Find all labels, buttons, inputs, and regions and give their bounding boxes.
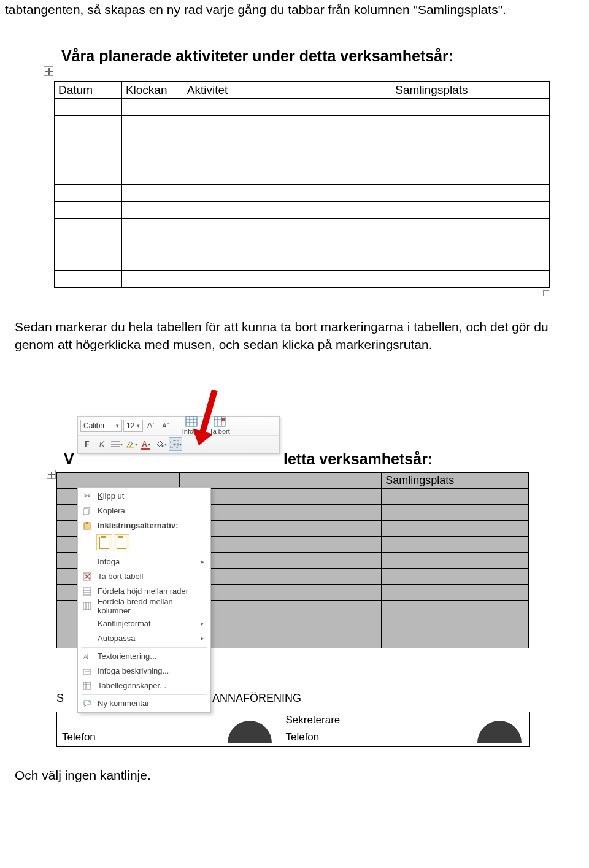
chevron-down-icon: ▾ [164, 442, 167, 447]
chevron-down-icon: ▾ [116, 423, 119, 429]
menu-delete-table[interactable]: Ta bort tabell [78, 569, 210, 584]
menu-table-properties[interactable]: Tabellegenskaper... [78, 678, 210, 693]
heading-fragment-left: V [64, 450, 74, 468]
table-resize-handle-icon[interactable] [526, 648, 531, 653]
bold-button[interactable]: F [80, 437, 94, 451]
paste-keep-formatting-button[interactable] [96, 534, 112, 550]
menu-border-format[interactable]: Kantlinjeformat ▸ [78, 616, 210, 631]
org-name-left: S [56, 692, 64, 705]
svg-rect-26 [83, 588, 91, 595]
menu-distribute-cols[interactable]: Fördela bredd mellan kolumner [78, 599, 210, 613]
table-row [55, 253, 550, 271]
font-color-button[interactable]: A ▾ [139, 437, 153, 451]
chevron-down-icon: ▾ [148, 442, 150, 447]
avatar-placeholder-icon [471, 712, 528, 743]
th-datum: Datum [55, 82, 122, 99]
distribute-rows-icon [82, 586, 93, 597]
paste-options-row [78, 533, 210, 551]
table-props-icon [82, 680, 93, 691]
chevron-right-icon: ▸ [201, 558, 204, 566]
heading-fragment-right: letta verksamhetsår: [283, 450, 433, 468]
font-name-value: Calibri [83, 421, 104, 430]
th-samlingsplats: Samlingsplats [382, 472, 529, 488]
cell-role-right: Sekreterare [280, 712, 471, 729]
cell-phone-left: Telefon [57, 729, 221, 746]
th-aktivitet [179, 472, 381, 488]
highlight-icon [126, 440, 134, 448]
comment-icon: + [82, 698, 93, 709]
table-row [55, 185, 550, 202]
section-heading: Våra planerade aktiviteter under detta v… [0, 18, 589, 69]
highlight-button[interactable]: ▾ [125, 437, 138, 451]
screenshot-context-menu: V letta verksamhetsår: Samlingsplats [0, 404, 589, 759]
paste-merge-formatting-button[interactable] [114, 534, 129, 550]
table-row [55, 219, 550, 236]
distribute-cols-icon [82, 601, 93, 612]
shrink-font-button[interactable]: A˅ [159, 419, 172, 432]
copy-icon [82, 505, 93, 517]
separator [82, 553, 207, 553]
table-row [55, 271, 550, 288]
bucket-icon [155, 440, 164, 448]
shading-button[interactable]: ▾ [154, 437, 167, 451]
th-datum [57, 472, 121, 488]
intro-paragraph: tabtangenten, så skapas en ny rad varje … [0, 0, 589, 18]
instruction-paragraph: Sedan markerar du hela tabellen för att … [0, 296, 589, 353]
svg-rect-14 [126, 447, 134, 448]
align-button[interactable]: ▾ [110, 437, 123, 451]
table-row [55, 236, 550, 253]
table-row [55, 133, 550, 150]
font-name-combo[interactable]: Calibri ▾ [80, 420, 122, 432]
menu-text-direction[interactable]: A Textorientering... [78, 649, 210, 664]
svg-text:A: A [83, 654, 87, 660]
italic-button[interactable]: K [95, 437, 109, 451]
separator [82, 647, 207, 648]
menu-paste-options-label: Inklistringsalternativ: [78, 518, 210, 533]
svg-rect-22 [86, 522, 88, 524]
activities-table: Datum Klockan Aktivitet Samlingsplats [54, 81, 550, 288]
table-row [55, 167, 550, 185]
context-menu: ✂ Klipp ut /*placeholder*/ Kopiera Inkli… [77, 487, 211, 713]
chevron-right-icon: ▸ [201, 620, 204, 628]
text-direction-icon: A [82, 651, 93, 662]
cell-role-left [57, 712, 221, 729]
table-move-handle-icon[interactable] [44, 66, 53, 76]
table-row [55, 116, 550, 133]
th-samlingsplats: Samlingsplats [391, 82, 550, 99]
svg-text:+: + [88, 699, 91, 704]
table-resize-handle-icon[interactable] [543, 290, 549, 296]
borders-button[interactable]: ▾ [169, 437, 182, 451]
menu-insert[interactable]: Infoga ▸ [78, 555, 210, 569]
separator [175, 419, 175, 432]
align-icon [111, 440, 120, 448]
table-move-handle-icon[interactable] [47, 470, 56, 479]
scissors-icon: ✂ [82, 491, 93, 502]
menu-copy[interactable]: Kopiera [78, 504, 210, 518]
font-size-combo[interactable]: 12 ▾ [123, 420, 143, 432]
grow-font-button[interactable]: A˄ [144, 419, 158, 432]
table-row [55, 99, 550, 116]
mini-toolbar: Calibri ▾ 12 ▾ A˄ A˅ Infoga Ta bort [77, 416, 280, 454]
svg-rect-20 [83, 509, 88, 515]
th-klockan: Klockan [121, 82, 183, 99]
cell-phone-right: Telefon [280, 729, 471, 746]
table-row [55, 150, 550, 167]
svg-point-15 [161, 445, 163, 447]
menu-autofit[interactable]: Autopassa ▸ [78, 631, 210, 646]
chevron-down-icon: ▾ [179, 442, 182, 447]
svg-rect-29 [83, 602, 91, 610]
chevron-down-icon: ▾ [120, 442, 123, 447]
menu-insert-caption[interactable]: Infoga beskrivning... [78, 664, 210, 678]
chevron-down-icon: ▾ [135, 442, 137, 447]
chevron-right-icon: ▸ [201, 634, 204, 642]
th-klockan [121, 472, 179, 488]
delete-table-icon [82, 571, 93, 582]
avatar-placeholder-icon [221, 712, 278, 743]
org-name-right: ANNAFÖRENING [212, 692, 301, 705]
final-instruction: Och välj ingen kantlinje. [0, 759, 589, 783]
caption-icon [82, 666, 93, 677]
font-size-value: 12 [126, 421, 134, 430]
menu-cut[interactable]: ✂ Klipp ut /*placeholder*/ [78, 489, 210, 504]
menu-new-comment[interactable]: + Ny kommentar [78, 696, 210, 711]
svg-rect-35 [83, 682, 91, 689]
